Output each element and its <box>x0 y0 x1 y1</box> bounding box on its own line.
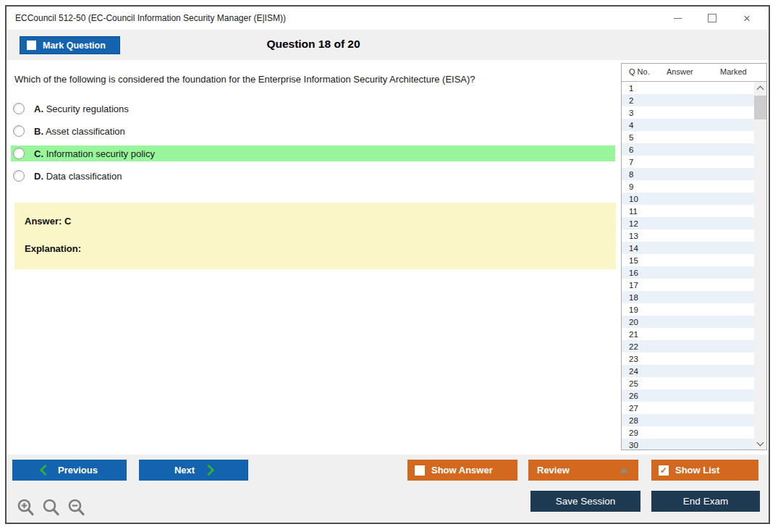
question-list-row[interactable]: 28 <box>622 414 754 426</box>
question-list-row[interactable]: 15 <box>622 254 754 266</box>
question-list-row[interactable]: 8 <box>622 168 754 180</box>
answer-label: Answer: C <box>25 216 71 227</box>
question-list-row[interactable]: 9 <box>622 180 754 193</box>
question-list-row[interactable]: 12 <box>622 217 754 229</box>
show-answer-label: Show Answer <box>431 465 493 476</box>
question-list-row[interactable]: 16 <box>622 266 754 279</box>
zoom-in-icon[interactable] <box>17 498 35 518</box>
question-list-row[interactable]: 3 <box>622 106 754 119</box>
footer-bar: Previous Next Show Answer Review ✓ Show … <box>7 455 769 523</box>
question-list-header: Q No. Answer Marked <box>622 64 766 82</box>
question-list-row[interactable]: 25 <box>622 377 754 389</box>
question-list-row[interactable]: 30 <box>622 439 754 449</box>
option-b-radio[interactable] <box>13 125 25 137</box>
chevron-up-icon <box>757 85 764 93</box>
close-icon: × <box>743 12 750 25</box>
show-list-checkbox[interactable]: ✓ <box>659 465 669 476</box>
question-list-row[interactable]: 24 <box>622 365 754 377</box>
review-button[interactable]: Review <box>528 460 638 481</box>
scroll-up-button[interactable] <box>754 82 766 94</box>
question-list-row[interactable]: 11 <box>622 205 754 217</box>
question-list-row[interactable]: 7 <box>622 156 754 168</box>
end-exam-label: End Exam <box>683 496 728 507</box>
next-button[interactable]: Next <box>139 460 248 481</box>
question-list-row[interactable]: 23 <box>622 352 754 365</box>
question-list-row[interactable]: 6 <box>622 143 754 156</box>
zoom-reset-icon[interactable] <box>42 498 61 518</box>
exam-simulator-app: { "window": { "title": "ECCouncil 512-50… <box>0 0 778 532</box>
next-label: Next <box>174 465 195 476</box>
question-list-row[interactable]: 2 <box>622 94 754 106</box>
question-list-row[interactable]: 1 <box>622 82 754 94</box>
question-counter: Question 18 of 20 <box>7 38 620 51</box>
question-list-row[interactable]: 19 <box>622 303 754 316</box>
end-exam-button[interactable]: End Exam <box>651 491 760 512</box>
question-list-row[interactable]: 13 <box>622 229 754 242</box>
scroll-down-button[interactable] <box>754 437 766 449</box>
option-a-label: Security regulations <box>46 104 129 114</box>
answer-explanation-panel: Answer: C Explanation: <box>14 203 616 269</box>
question-list-row[interactable]: 17 <box>622 279 754 291</box>
show-answer-checkbox[interactable] <box>415 465 425 476</box>
option-d-radio[interactable] <box>13 170 25 182</box>
chevron-down-icon <box>757 439 764 446</box>
option-b-letter: B. <box>34 126 43 137</box>
app-window: ECCouncil 512-50 (EC-Council Information… <box>5 5 770 524</box>
chevron-right-icon <box>203 465 215 476</box>
triangle-up-icon <box>620 468 628 473</box>
previous-label: Previous <box>58 465 98 476</box>
option-c-letter: C. <box>34 148 43 159</box>
previous-button[interactable]: Previous <box>12 460 127 481</box>
minimize-icon <box>674 18 682 19</box>
maximize-icon <box>708 14 716 22</box>
question-list-row[interactable]: 20 <box>622 316 754 328</box>
question-list-row[interactable]: 26 <box>622 389 754 402</box>
question-list-row[interactable]: 27 <box>622 402 754 414</box>
question-list-area: 1 2 3 4 5 6 7 8 9 <box>622 82 766 449</box>
option-c[interactable]: C. Information security policy <box>11 145 615 161</box>
scrollbar-thumb[interactable] <box>754 96 766 119</box>
question-list-row[interactable]: 22 <box>622 340 754 352</box>
zoom-out-icon[interactable] <box>67 498 86 518</box>
zoom-controls <box>17 498 86 518</box>
question-list-row[interactable]: 18 <box>622 291 754 303</box>
chevron-left-icon <box>40 465 51 476</box>
question-list-row[interactable]: 5 <box>622 131 754 143</box>
option-c-label: Information security policy <box>46 148 155 159</box>
show-list-button[interactable]: ✓ Show List <box>651 460 758 481</box>
show-answer-button[interactable]: Show Answer <box>407 460 517 481</box>
column-marked: Marked <box>720 67 747 76</box>
title-bar: ECCouncil 512-50 (EC-Council Information… <box>7 7 769 30</box>
question-list-row[interactable]: 21 <box>622 328 754 340</box>
option-c-radio[interactable] <box>13 148 25 159</box>
option-a[interactable]: A. Security regulations <box>11 101 615 117</box>
option-d-letter: D. <box>34 171 43 182</box>
question-list-row[interactable]: 10 <box>622 193 754 205</box>
close-button[interactable]: × <box>730 7 764 30</box>
maximize-button[interactable] <box>695 7 730 30</box>
column-answer: Answer <box>667 67 693 76</box>
save-session-button[interactable]: Save Session <box>530 491 640 512</box>
list-scrollbar[interactable] <box>754 82 766 449</box>
show-list-label: Show List <box>675 465 719 476</box>
option-b-label: Asset classification <box>46 126 125 137</box>
minimize-button[interactable] <box>660 7 695 30</box>
option-a-radio[interactable] <box>13 103 25 114</box>
option-d[interactable]: D. Data classification <box>11 168 615 184</box>
question-list: 1 2 3 4 5 6 7 8 9 <box>622 82 754 449</box>
question-list-row[interactable]: 4 <box>622 119 754 131</box>
question-list-panel: Q No. Answer Marked 1 2 3 4 5 6 7 <box>621 63 767 450</box>
window-title: ECCouncil 512-50 (EC-Council Information… <box>15 13 286 23</box>
review-label: Review <box>537 465 570 476</box>
check-icon: ✓ <box>660 466 667 475</box>
option-a-letter: A. <box>34 104 43 114</box>
window-controls: × <box>660 7 764 30</box>
question-list-row[interactable]: 14 <box>622 242 754 254</box>
question-text: Which of the following is considered the… <box>14 74 475 85</box>
explanation-label: Explanation: <box>25 243 81 254</box>
column-qno: Q No. <box>629 67 650 76</box>
header-strip: Mark Question Question 18 of 20 <box>7 30 769 60</box>
save-session-label: Save Session <box>556 496 616 507</box>
option-b[interactable]: B. Asset classification <box>11 123 615 139</box>
question-list-row[interactable]: 29 <box>622 426 754 439</box>
